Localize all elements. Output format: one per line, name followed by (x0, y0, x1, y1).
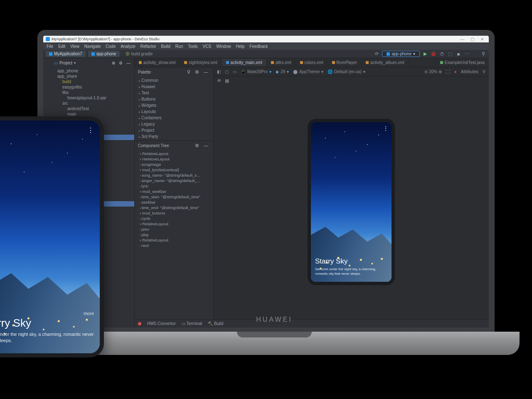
component-tree-item[interactable]: mod_buttons (135, 210, 213, 216)
component-tree-item[interactable]: song_name- "@string/default_s... (135, 172, 213, 178)
run-icon[interactable]: ▶ (422, 51, 428, 57)
palette-list[interactable]: CommonHuaweiTextButtonsWidgetsLayoutsCon… (135, 76, 213, 140)
phone-title: rry Sky (0, 317, 94, 330)
fit-icon[interactable]: ⛶ (446, 69, 450, 74)
menu-build[interactable]: Build (161, 44, 170, 49)
error-icon[interactable]: ● (454, 69, 457, 74)
project-tree-item[interactable]: libs (52, 90, 134, 95)
editor-tab[interactable]: activity_show.xml (135, 59, 180, 66)
run-config-select[interactable]: app-phone▾ (382, 51, 420, 57)
menu-file[interactable]: File (47, 44, 53, 49)
component-tree-item[interactable]: HwMoveLayout (135, 156, 213, 162)
breadcrumb-project[interactable]: MyApplication7 (46, 51, 86, 57)
editor-tab[interactable]: night\styles.xml (180, 59, 222, 66)
menu-tools[interactable]: Tools (188, 44, 197, 49)
menu-help[interactable]: Help (236, 44, 245, 49)
bottom-tab-hms[interactable]: HMS Convertor (147, 321, 176, 326)
component-tree-item[interactable]: play (135, 232, 213, 237)
attach-icon[interactable]: ⬚ (447, 51, 453, 57)
locale-select[interactable]: 🌐 Default (en-us) ▾ (328, 69, 365, 74)
bottom-tab-terminal[interactable]: ▭ Terminal (182, 321, 202, 326)
palette-item[interactable]: Text (135, 90, 213, 96)
editor-tab[interactable]: RomPlayer (328, 59, 362, 66)
attributes-toggle[interactable]: Attributes (461, 69, 478, 74)
menu-code[interactable]: Code (106, 44, 116, 49)
palette-item[interactable]: Widgets (135, 102, 213, 108)
component-tree-item[interactable]: time_start- "@string/default_time" (135, 194, 213, 200)
component-tree-item[interactable]: seekbar (135, 200, 213, 205)
component-tree-item[interactable]: singer_name- "@string/default_... (135, 178, 213, 183)
eye-icon[interactable]: 👁 (217, 78, 222, 83)
zoom-indicator[interactable]: ⊖ 20% ⊕ (424, 69, 442, 74)
bottom-tab-build[interactable]: 🔨 Build (208, 321, 223, 326)
toolbar-overflow-icon[interactable]: ⋯ (464, 51, 470, 57)
attributes-search-icon[interactable]: ⚲ (483, 69, 485, 74)
project-tree-item[interactable]: androidTest (52, 106, 134, 111)
component-tree-item[interactable]: mod_seekbar (135, 189, 213, 194)
palette-item[interactable]: Containers (135, 115, 213, 121)
menu-run[interactable]: Run (175, 44, 183, 49)
phone-more-link[interactable]: more (84, 311, 94, 316)
component-tree[interactable]: RelativeLayoutHwMoveLayoutsongImagemod_l… (135, 150, 213, 249)
api-select[interactable]: ◆ 29 ▾ (276, 69, 289, 74)
window-controls[interactable]: — ▢ ✕ (460, 37, 486, 42)
menu-feedback[interactable]: Feedback (249, 44, 268, 49)
device-select[interactable]: 📱 Mate20Pro ▾ (241, 69, 271, 74)
menu-vcs[interactable]: VCS (203, 44, 212, 49)
palette-item[interactable]: Legacy (135, 121, 213, 127)
breadcrumb-module[interactable]: app-phone (88, 51, 120, 57)
editor-tab[interactable]: attrs.xml (267, 59, 296, 66)
debug-icon[interactable]: 🐞 (431, 51, 436, 57)
stop-icon[interactable]: ■ (456, 52, 461, 57)
project-tree-item[interactable]: build (52, 79, 134, 84)
component-tree-item[interactable]: next (135, 243, 213, 248)
blueprint-toggle-icon[interactable]: ▦ (225, 78, 229, 84)
component-tree-item[interactable]: songImage (135, 162, 213, 167)
palette-item[interactable]: 3rd Party (135, 133, 213, 140)
component-tree-item[interactable]: RelativeLayout (135, 151, 213, 156)
breadcrumb-file[interactable]: ⓖbuild.gradle (122, 50, 156, 58)
editor-tab[interactable]: activity_main.xml (222, 59, 267, 66)
editor-tab[interactable]: activity_album.xml (362, 59, 409, 66)
palette-item[interactable]: Huawei (135, 84, 213, 90)
view-mode-icon[interactable]: ◧ (217, 69, 221, 74)
project-tree-item[interactable]: easygolibs (52, 84, 134, 90)
project-tree-item[interactable]: app_phone (52, 68, 134, 74)
editor-tab[interactable]: colors.xml (296, 59, 328, 66)
orientation-icon[interactable]: ▢ (225, 69, 229, 74)
palette-item[interactable]: Buttons (135, 96, 213, 102)
menu-navigate[interactable]: Navigate (84, 44, 101, 49)
editor-tab[interactable]: ExampleUnitTest.java (436, 59, 489, 66)
canvas-viewport[interactable]: ⋮ Starry Sky Santorini under the night s… (214, 85, 489, 319)
project-tree-item[interactable]: src (52, 101, 134, 106)
phone-more-icon[interactable]: ⋮ (87, 126, 94, 134)
component-tree-item[interactable]: lyric (135, 183, 213, 189)
preview-more-icon[interactable]: ⋮ (383, 126, 388, 131)
device-rotate-icon[interactable]: ▭ (233, 69, 236, 74)
component-tree-item[interactable]: RelativeLayout (135, 237, 213, 243)
menu-edit[interactable]: Edit (58, 44, 65, 49)
component-tree-item[interactable]: mod_lyriclist(vertical) (135, 167, 213, 172)
project-panel-header[interactable]: ▭ Project ▾ ⊕ ⚙ — (52, 58, 134, 67)
component-tree-item[interactable]: RelativeLayout (135, 221, 213, 227)
menu-window[interactable]: Window (216, 44, 231, 49)
menu-analyze[interactable]: Analyze (121, 44, 135, 49)
profile-icon[interactable]: ⏱ (439, 52, 445, 57)
palette-item[interactable]: Layouts (135, 108, 213, 115)
project-tree-item[interactable]: howraplayout-1.0.aar (52, 95, 134, 101)
project-tree-item[interactable]: app_share (52, 74, 134, 79)
component-tree-item[interactable]: time_end- "@string/default_time" (135, 205, 213, 210)
palette-tools[interactable]: ⚲ ⚙ — (187, 69, 210, 75)
palette-item[interactable]: Common (135, 77, 213, 84)
component-tree-item[interactable]: prev (135, 227, 213, 232)
status-error-icon[interactable] (138, 322, 141, 325)
menu-refactor[interactable]: Refactor (140, 44, 156, 49)
component-tree-item[interactable]: cycle (135, 216, 213, 221)
theme-select[interactable]: ⬤ AppTheme ▾ (293, 69, 323, 74)
search-icon[interactable]: ⚲ (480, 51, 486, 57)
palette-item[interactable]: Project (135, 127, 213, 133)
preview-subtitle: Santorini under the night sky, a charmin… (315, 267, 387, 276)
component-tree-tools[interactable]: ⚙ — (195, 143, 210, 148)
menu-view[interactable]: View (70, 44, 79, 49)
sync-icon[interactable]: ⟳ (374, 51, 379, 57)
